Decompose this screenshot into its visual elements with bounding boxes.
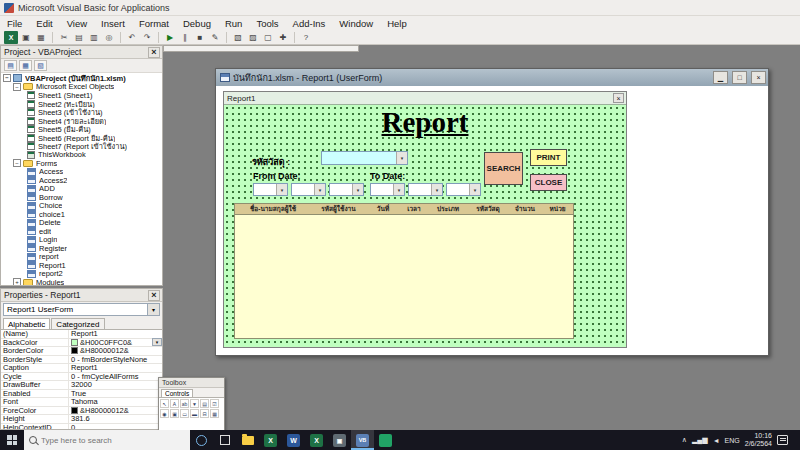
tree-item-report2[interactable]: report2 — [1, 270, 162, 279]
toolbox-icon[interactable]: ✚ — [276, 31, 290, 44]
cut-icon[interactable]: ✂ — [57, 31, 71, 44]
tree-item-choice1[interactable]: choice1 — [1, 210, 162, 219]
tree-item-delete[interactable]: Delete — [1, 219, 162, 228]
menu-item-run[interactable]: Run — [218, 18, 249, 29]
project-explorer-icon[interactable]: ▧ — [231, 31, 245, 44]
chevron-down-icon[interactable]: ▾ — [431, 184, 442, 195]
view-excel-icon[interactable]: X — [4, 31, 18, 44]
tab-categorized[interactable]: Categorized — [51, 318, 104, 329]
tree-item-sheet4[interactable]: Sheet4 (รายละเอียด) — [1, 117, 162, 126]
from-date-label[interactable]: From Date: — [253, 171, 301, 181]
userform-report1[interactable]: Report1 × Report รหัสวัสดุ : ▾ From Date… — [223, 91, 627, 348]
search-button[interactable]: SEARCH — [484, 152, 523, 185]
print-button[interactable]: PRINT — [530, 149, 567, 166]
to-day-combobox[interactable]: ▾ — [370, 183, 405, 196]
language-indicator[interactable]: ENG — [725, 437, 740, 444]
object-browser-icon[interactable]: ▢ — [261, 31, 275, 44]
togglebutton-control-icon[interactable]: ▣ — [170, 409, 179, 418]
properties-panel-header[interactable]: Properties - Report1 × — [1, 289, 162, 302]
tree-item-report[interactable]: report — [1, 253, 162, 262]
design-mode-icon[interactable]: ✎ — [208, 31, 222, 44]
tab-alphabetic[interactable]: Alphabetic — [3, 318, 50, 329]
paste-icon[interactable]: ▥ — [87, 31, 101, 44]
tree-item-report1[interactable]: Report1 — [1, 261, 162, 270]
userform-titlebar[interactable]: Report1 × — [224, 92, 626, 105]
menu-item-edit[interactable]: Edit — [29, 18, 59, 29]
project-panel-header[interactable]: Project - VBAProject × — [1, 46, 162, 59]
menu-item-window[interactable]: Window — [332, 18, 380, 29]
close-icon[interactable]: × — [148, 290, 160, 301]
chevron-down-icon[interactable]: ▾ — [276, 184, 287, 195]
cortana-icon[interactable] — [190, 430, 213, 450]
tree-item-access2[interactable]: Access2 — [1, 176, 162, 185]
to-year-combobox[interactable]: ▾ — [446, 183, 481, 196]
property-row-helpcontextid[interactable]: HelpContextID0 — [1, 424, 162, 430]
from-day-combobox[interactable]: ▾ — [253, 183, 288, 196]
action-center-icon[interactable] — [777, 435, 788, 445]
chevron-down-icon[interactable]: ▾ — [393, 184, 404, 195]
checkbox-control-icon[interactable]: ☑ — [210, 399, 219, 408]
listbox-control-icon[interactable]: ▤ — [200, 399, 209, 408]
view-object-icon[interactable]: ▦ — [19, 60, 32, 71]
copy-icon[interactable]: ▤ — [72, 31, 86, 44]
run-icon[interactable]: ▶ — [163, 31, 177, 44]
close-icon[interactable]: × — [751, 71, 766, 84]
tray-clock[interactable]: 10:16 2/6/2564 — [745, 432, 772, 448]
taskbar-search[interactable] — [24, 430, 190, 450]
close-button[interactable]: CLOSE — [530, 174, 567, 191]
toolbox-titlebar[interactable]: Toolbox — [159, 378, 224, 388]
result-listbox[interactable] — [234, 215, 574, 339]
vba-taskbar-icon[interactable]: VB — [351, 430, 374, 450]
tree-item-access[interactable]: Access — [1, 168, 162, 177]
find-icon[interactable]: ◎ — [102, 31, 116, 44]
tray-chevron-up-icon[interactable]: ∧ — [682, 436, 687, 444]
chevron-down-icon[interactable]: ▾ — [352, 184, 363, 195]
image-control-icon[interactable]: ▦ — [210, 409, 219, 418]
menu-item-format[interactable]: Format — [132, 18, 176, 29]
userform-body[interactable]: Report รหัสวัสดุ : ▾ From Date: To Date:… — [224, 105, 626, 347]
to-date-label[interactable]: To Date: — [370, 171, 405, 181]
tabstrip-control-icon[interactable]: ⊟ — [200, 409, 209, 418]
reset-icon[interactable]: ■ — [193, 31, 207, 44]
combobox-control-icon[interactable]: ▼ — [190, 399, 199, 408]
task-view-icon[interactable] — [213, 430, 236, 450]
textbox-control-icon[interactable]: ab — [180, 399, 189, 408]
tree-item-edit[interactable]: edit — [1, 227, 162, 236]
chevron-down-icon[interactable]: ▾ — [152, 338, 162, 346]
menu-item-file[interactable]: File — [0, 18, 29, 29]
tree-folder-excel-objects[interactable]: − Microsoft Excel Objects — [1, 83, 162, 92]
report-heading-label[interactable]: Report — [224, 107, 626, 138]
tree-folder-forms[interactable]: − Forms — [1, 159, 162, 168]
tree-item-register[interactable]: Register — [1, 244, 162, 253]
tab-controls[interactable]: Controls — [161, 389, 193, 397]
taskbar-search-input[interactable] — [41, 436, 166, 445]
menu-item-addins[interactable]: Add-Ins — [286, 18, 333, 29]
toggle-folders-icon[interactable]: ▧ — [34, 60, 47, 71]
network-icon[interactable]: ▂▄▆ — [692, 436, 708, 444]
tree-item-sheet7[interactable]: Sheet7 (Report เข้าใช้งาน) — [1, 142, 162, 151]
start-button[interactable] — [0, 430, 24, 450]
file-explorer-icon[interactable] — [236, 430, 259, 450]
to-month-combobox[interactable]: ▾ — [408, 183, 443, 196]
from-year-combobox[interactable]: ▾ — [329, 183, 364, 196]
excel-icon[interactable]: X — [259, 430, 282, 450]
redo-icon[interactable]: ↷ — [140, 31, 154, 44]
select-pointer-icon[interactable]: ↖ — [160, 399, 169, 408]
tree-item-sheet6[interactable]: Sheet6 (Report ยืม-คืน) — [1, 134, 162, 143]
chevron-down-icon[interactable]: ▾ — [469, 184, 480, 195]
tree-item-sheet2[interactable]: Sheet2 (ทะเบียน) — [1, 100, 162, 109]
material-code-combobox[interactable]: ▾ — [321, 151, 408, 165]
word-icon[interactable]: W — [282, 430, 305, 450]
tree-item-vbaproject[interactable]: − VBAProject (บันทึกนัก1.xlsm) — [1, 74, 162, 83]
tree-folder-modules[interactable]: + Modules — [1, 278, 162, 285]
tree-item-sheet3[interactable]: Sheet3 (เข้าใช้งาน) — [1, 108, 162, 117]
object-selector-dropdown[interactable]: Report1 UserForm ▾ — [3, 303, 160, 316]
menu-item-view[interactable]: View — [60, 18, 94, 29]
tree-item-login[interactable]: Login — [1, 236, 162, 245]
excel-2-icon[interactable]: X — [305, 430, 328, 450]
menu-item-tools[interactable]: Tools — [249, 18, 285, 29]
chevron-down-icon[interactable]: ▾ — [314, 184, 325, 195]
collapse-icon[interactable]: − — [13, 83, 21, 91]
menu-item-help[interactable]: Help — [380, 18, 414, 29]
tree-item-sheet5[interactable]: Sheet5 (ยืม-คืน) — [1, 125, 162, 134]
